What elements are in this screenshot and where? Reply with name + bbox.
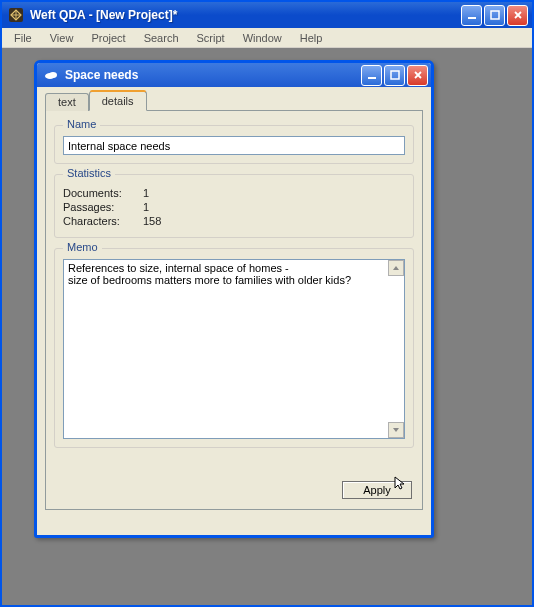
menu-project[interactable]: Project	[83, 30, 133, 46]
child-window: Space needs text details	[34, 60, 434, 538]
details-panel: Name Statistics Documents: 1 Passages: 1	[45, 110, 423, 510]
scroll-up-button[interactable]	[388, 260, 404, 276]
stat-documents-label: Documents:	[63, 187, 143, 199]
statistics-legend: Statistics	[63, 167, 115, 179]
main-titlebar: Weft QDA - [New Project]*	[2, 2, 532, 28]
stat-characters-value: 158	[143, 215, 161, 227]
svg-rect-6	[391, 71, 399, 79]
child-title: Space needs	[65, 68, 361, 82]
stat-documents: Documents: 1	[63, 187, 405, 199]
apply-button[interactable]: Apply	[342, 481, 412, 499]
maximize-button[interactable]	[484, 5, 505, 26]
menubar: File View Project Search Script Window H…	[2, 28, 532, 48]
child-titlebar: Space needs	[37, 63, 431, 87]
memo-group: Memo	[54, 248, 414, 448]
child-body: text details Name Statistics Documents: …	[37, 87, 431, 518]
svg-point-4	[49, 72, 57, 78]
button-row: Apply	[342, 481, 412, 499]
menu-search[interactable]: Search	[136, 30, 187, 46]
tab-details[interactable]: details	[89, 91, 147, 111]
name-legend: Name	[63, 118, 100, 130]
stat-passages: Passages: 1	[63, 201, 405, 213]
child-window-controls	[361, 65, 428, 86]
mdi-area: Space needs text details	[4, 50, 530, 603]
tab-text[interactable]: text	[45, 93, 89, 111]
child-minimize-button[interactable]	[361, 65, 382, 86]
tab-strip: text details	[45, 91, 423, 111]
scroll-down-button[interactable]	[388, 422, 404, 438]
child-maximize-button[interactable]	[384, 65, 405, 86]
menu-file[interactable]: File	[6, 30, 40, 46]
app-icon	[8, 7, 24, 23]
stat-characters-label: Characters:	[63, 215, 143, 227]
menu-help[interactable]: Help	[292, 30, 331, 46]
stat-characters: Characters: 158	[63, 215, 405, 227]
memo-textarea[interactable]	[63, 259, 405, 439]
close-button[interactable]	[507, 5, 528, 26]
child-close-button[interactable]	[407, 65, 428, 86]
main-window-controls	[461, 5, 528, 26]
main-window: Weft QDA - [New Project]* File View Proj…	[0, 0, 534, 607]
main-title: Weft QDA - [New Project]*	[30, 8, 461, 22]
minimize-button[interactable]	[461, 5, 482, 26]
stat-passages-value: 1	[143, 201, 149, 213]
cloud-icon	[43, 67, 59, 83]
stat-documents-value: 1	[143, 187, 149, 199]
stat-passages-label: Passages:	[63, 201, 143, 213]
svg-rect-1	[468, 17, 476, 19]
svg-rect-2	[491, 11, 499, 19]
memo-legend: Memo	[63, 241, 102, 253]
svg-rect-5	[368, 77, 376, 79]
statistics-group: Statistics Documents: 1 Passages: 1 Char…	[54, 174, 414, 238]
menu-window[interactable]: Window	[235, 30, 290, 46]
menu-script[interactable]: Script	[189, 30, 233, 46]
name-group: Name	[54, 125, 414, 164]
menu-view[interactable]: View	[42, 30, 82, 46]
name-input[interactable]	[63, 136, 405, 155]
